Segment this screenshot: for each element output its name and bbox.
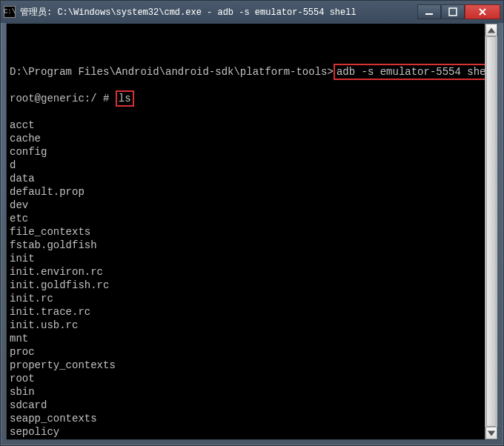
ls-entry: init.goldfish.rc	[10, 279, 482, 292]
ls-entry: d	[10, 159, 482, 172]
cmd-window: C:\ 管理员: C:\Windows\system32\cmd.exe - a…	[0, 0, 504, 446]
ls-entry: mnt	[10, 332, 482, 345]
terminal-viewport[interactable]: D:\Program Files\Android\android-sdk\pla…	[7, 24, 485, 439]
highlight-cmd-1: adb -s emulator-5554 shell	[334, 64, 485, 80]
ls-entry: init	[10, 252, 482, 265]
maximize-button[interactable]	[441, 4, 465, 19]
ls-entry: cache	[10, 132, 482, 145]
ls-entry: data	[10, 172, 482, 185]
scrollbar-thumb[interactable]	[486, 36, 497, 427]
prompt-line-1: D:\Program Files\Android\android-sdk\pla…	[10, 65, 482, 79]
svg-rect-1	[449, 8, 457, 16]
vertical-scrollbar[interactable]	[485, 24, 497, 439]
titlebar[interactable]: C:\ 管理员: C:\Windows\system32\cmd.exe - a…	[1, 1, 503, 23]
highlight-cmd-2: ls	[116, 90, 134, 107]
cmd-icon: C:\	[4, 6, 16, 18]
shell-prompt: root@generic:/ #	[10, 93, 116, 104]
window-controls	[417, 4, 500, 19]
ls-entry: sepolicy	[10, 425, 482, 439]
ls-entry: etc	[10, 212, 482, 225]
scroll-down-button[interactable]	[485, 427, 497, 439]
ls-entry: storage	[10, 439, 482, 439]
window-title: 管理员: C:\Windows\system32\cmd.exe - adb -…	[20, 6, 417, 19]
prompt-line-2: root@generic:/ # ls	[10, 92, 482, 105]
chevron-down-icon	[486, 428, 497, 439]
ls-entry: fstab.goldfish	[10, 239, 482, 252]
ls-listing: acctcacheconfigddatadefault.propdevetcfi…	[10, 119, 482, 439]
ls-entry: sbin	[10, 385, 482, 399]
prompt-path: D:\Program Files\Android\android-sdk\pla…	[10, 66, 334, 78]
ls-entry: root	[10, 372, 482, 385]
scrollbar-track[interactable]	[485, 36, 497, 427]
ls-entry: seapp_contexts	[10, 412, 482, 425]
chevron-up-icon	[486, 25, 497, 36]
ls-entry: acct	[10, 119, 482, 132]
ls-entry: sdcard	[10, 399, 482, 412]
ls-entry: init.environ.rc	[10, 265, 482, 279]
svg-rect-0	[425, 13, 433, 15]
ls-entry: default.prop	[10, 185, 482, 199]
scroll-up-button[interactable]	[485, 24, 497, 36]
ls-entry: proc	[10, 345, 482, 359]
blank-line	[10, 39, 482, 52]
ls-entry: config	[10, 145, 482, 159]
ls-entry: property_contexts	[10, 359, 482, 372]
close-button[interactable]	[465, 4, 500, 19]
ls-entry: init.rc	[10, 292, 482, 305]
ls-entry: file_contexts	[10, 225, 482, 239]
maximize-icon	[448, 7, 457, 16]
ls-entry: init.trace.rc	[10, 305, 482, 319]
ls-entry: init.usb.rc	[10, 319, 482, 332]
minimize-icon	[425, 7, 434, 16]
close-icon	[478, 7, 487, 16]
ls-entry: dev	[10, 199, 482, 212]
terminal-output: D:\Program Files\Android\android-sdk\pla…	[7, 24, 485, 439]
client-area: D:\Program Files\Android\android-sdk\pla…	[6, 23, 498, 440]
minimize-button[interactable]	[417, 4, 441, 19]
